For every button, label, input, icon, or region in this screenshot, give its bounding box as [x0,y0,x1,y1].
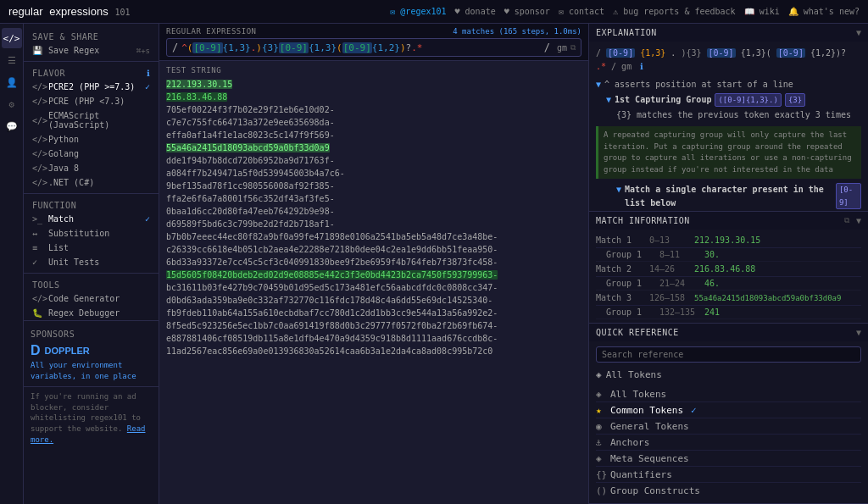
search-reference-input[interactable] [596,346,861,363]
quick-ref-chevron: ▼ [856,328,861,337]
match-3-group1: Group 1 132–135 241 [596,306,861,319]
qr-anchors-icon: ⚓ [596,437,606,448]
regex-class1: [0-9] [192,42,222,53]
donate-link[interactable]: ♥ donate [455,7,496,16]
regex-expression[interactable]: ^([0-9]{1,3}.){3}[0-9]{1,3}([0-9]{1,2})?… [181,42,540,53]
flavor-pcre2[interactable]: </> PCRE2 (PHP >=7.3) ✓ [24,80,159,94]
match-highlight-4: 15d5605f08420bdeb2ed02d9e08885e442c3f3e0… [166,270,498,280]
quick-ref-header[interactable]: QUICK REFERENCE ▼ [589,324,868,341]
function-unit-tests[interactable]: ✓ Unit Tests [24,255,159,269]
function-match[interactable]: >_ Match ✓ [24,212,159,226]
quick-ref-content: ◈ All Tokens ◈ All Tokens ★ Common Token… [589,341,868,497]
qr-group-constructs[interactable]: () Group Constructs [596,484,861,497]
qr-quantifiers[interactable]: {} Quantifiers [596,468,861,483]
qr-anchors[interactable]: ⚓ Anchors [596,435,861,451]
explanation-chevron: ▼ [856,28,861,37]
python-icon: </> [32,135,44,144]
test-string-content[interactable]: 212.193.30.15 216.83.46.88 705ef00224f3f… [166,78,581,494]
regex-quant4: {1,2} [372,42,400,53]
explanation-content: / [0-9] {1,3} . ){3} [0-9] {1,3}( [0-9] … [589,42,868,211]
app-logo: regular expressions 101 [8,5,131,18]
save-regex-button[interactable]: 💾 Save Regex ⌘+s [24,43,159,58]
sponsor-link[interactable]: ♥ sponsor [504,7,550,16]
regex-group2-close: ) [400,42,406,53]
icon-sidebar: </> ☰ 👤 ⚙ 💬 [0,24,24,504]
flavor-dotnet[interactable]: </> .NET (C#) [24,175,159,190]
sponsor-item[interactable]: D DOPPLER [31,343,152,358]
sponsors-title: SPONSORS [31,326,152,341]
qr-meta-icon: ◈ [596,453,606,464]
flavor-pcre[interactable]: </> PCRE (PHP <7.3) [24,94,159,108]
flavor-python[interactable]: </> Python [24,132,159,147]
match-info-header[interactable]: MATCH INFORMATION ⧉ ▼ [589,212,868,230]
match-2-row: Match 2 14–26 216.83.46.88 [596,262,861,277]
regex-delimiter-close: / [544,42,550,53]
qr-general-tokens[interactable]: ◉ General Tokens [596,419,861,435]
footer-ad: If you're running an ad blocker, conside… [24,386,159,449]
exp-match-class-line: ▼ Match a single character present in th… [596,182,861,211]
explanation-header[interactable]: EXPLANATION ▼ [589,24,868,42]
regex-quant3: {1,3} [309,42,337,53]
flavor-section-title: FLAVOR ℹ [24,65,159,80]
regex-group-open: ( [187,42,193,53]
regex-quant2: {3} [262,42,279,53]
twitter-link[interactable]: ✉ @regex101 [390,7,446,16]
qr-meta-sequences[interactable]: ◈ Meta Sequences [596,451,861,467]
exp-anchor-line: ▼ ^ asserts position at start of a line [596,77,861,92]
match-highlight-2: 216.83.46.88 [166,92,227,102]
qr-common-tokens[interactable]: ★ Common Tokens ✓ [596,403,861,418]
copy-regex-button[interactable]: ⧉ [570,43,576,53]
flavor-java8[interactable]: </> Java 8 [24,161,159,175]
sidebar-icon-code[interactable]: </> [2,28,22,48]
match-1-group1: Group 1 8–11 30. [596,248,861,262]
qr-general-icon: ◉ [596,421,606,432]
explanation-title: EXPLANATION [596,28,657,37]
quick-ref-title: QUICK REFERENCE [596,328,679,337]
sidebar-icon-chat[interactable]: 💬 [2,116,22,136]
match-highlight-3: 55a46a2415d18093abcd59a0bf33d0a9 [166,143,330,152]
regex-optional: ? [406,42,412,53]
function-list[interactable]: ≡ List [24,241,159,255]
debugger-icon: 🐛 [32,308,44,318]
flavor-info-icon[interactable]: ℹ [147,69,151,78]
unit-tests-icon: ✓ [32,258,44,267]
tool-regex-debugger[interactable]: 🐛 Regex Debugger [24,306,159,320]
function-substitution[interactable]: ↔ Substitution [24,226,159,241]
copy-match-icon[interactable]: ⧉ [844,216,849,225]
flavor-ecma[interactable]: </> ECMAScript (JavaScript) [24,108,159,132]
sidebar-icon-user[interactable]: 👤 [2,72,22,92]
regex-flags: gm [557,43,567,53]
regex-quant1: {1,3} [223,42,251,53]
flavor-golang[interactable]: </> Golang [24,147,159,161]
regex-label: REGULAR EXPRESSION [166,27,257,36]
code-gen-icon: </> [32,294,44,303]
save-icon: 💾 [32,46,44,55]
dotnet-icon: </> [32,178,44,187]
contact-link[interactable]: ✉ contact [559,7,604,16]
match-1-row: Match 1 0–13 212.193.30.15 [596,233,861,248]
regex-class3: [0-9] [342,42,372,53]
explanation-info-icon[interactable]: ℹ [640,62,643,71]
wiki-link[interactable]: 📖 wiki [744,7,780,16]
regex-dot: . [251,42,257,53]
whats-new-link[interactable]: 🔔 what's new? [788,7,860,16]
tool-code-generator[interactable]: </> Code Generator [24,291,159,306]
exp-regex-highlight2: [0-9] [707,48,736,58]
match-info-title: MATCH INFORMATION [596,216,690,225]
common-tokens-check: ✓ [691,405,697,416]
regex-group2-open: ( [337,42,342,53]
header-nav: ✉ @regex101 ♥ donate ♥ sponsor ✉ contact… [390,7,860,16]
ecma-icon: </> [32,116,44,125]
sponsor-name: DOPPLER [45,346,90,356]
pcre-icon: </> [32,97,44,106]
bug-reports-link[interactable]: ⚠ bug reports & feedback [613,7,736,16]
sidebar-icon-list[interactable]: ☰ [2,50,22,70]
match-highlight-1: 212.193.30.15 [166,80,232,89]
qr-common-icon: ★ [596,405,606,416]
qr-all-tokens[interactable]: ◈ All Tokens [596,387,861,402]
qr-quant-icon: {} [596,469,606,480]
exp-quant-line: {3} matches the previous token exactly 3… [596,108,861,123]
qr-cat-all-tokens[interactable]: ◈ All Tokens [596,367,662,383]
sidebar-icon-settings[interactable]: ⚙ [2,94,22,114]
match-info-chevron: ▼ [856,216,861,225]
